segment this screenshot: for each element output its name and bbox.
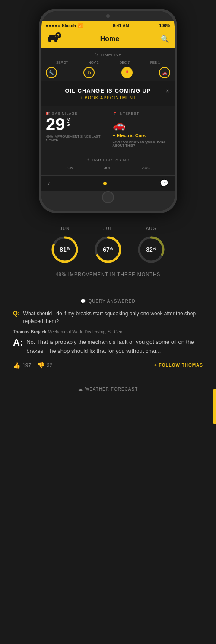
query-section: 💬 QUERY ANSWERED Q: What should I do if …	[9, 290, 207, 369]
a-label: A:	[13, 338, 23, 356]
timeline-node-3[interactable]: 📍	[121, 67, 133, 78]
nav-bar: 7 Home 🔍	[41, 30, 175, 48]
question-text: What should I do if my breaks start sque…	[23, 310, 203, 325]
svg-point-2	[48, 39, 51, 42]
signal-dot-4	[55, 25, 57, 27]
search-icon[interactable]: 🔍	[161, 35, 169, 43]
query-section-label: QUERY ANSWERED	[88, 299, 135, 304]
interest-question: CAN YOU ANSWER QUESTIONS ABOUT THIS?	[113, 140, 171, 147]
interest-label: INTEREST	[119, 112, 140, 115]
right-accent-bar	[213, 389, 216, 424]
answerer-info: Thomas Brojack Mechanic at Wade Dealersh…	[9, 330, 207, 334]
oil-alert-title: OIL CHANGE IS COMING UP	[48, 87, 168, 94]
chart-jun-value: 81%	[60, 246, 70, 253]
like-action[interactable]: 👍 197	[13, 362, 31, 369]
weather-icon: ☁	[78, 387, 83, 391]
timeline-line-1	[57, 73, 83, 73]
timeline-line-3	[133, 73, 159, 73]
car-nav-icon[interactable]: 7	[47, 34, 59, 44]
chart-aug: AUG 32%	[136, 226, 166, 265]
query-actions: 👍 197 👎 32 + FOLLOW THOMAS	[9, 362, 207, 369]
chart-aug-label: AUG	[146, 226, 157, 231]
timeline-node-2[interactable]: ⚙	[83, 67, 95, 78]
timeline-icon: ⏱	[94, 53, 98, 57]
interest-icon: 📍	[113, 112, 118, 115]
timeline-node-icon-3: 📍	[124, 70, 130, 75]
carrier-name: Sketch	[62, 23, 76, 28]
electric-car-icon: 🚗	[113, 119, 171, 131]
hard-breaking-label: HARD BREAKING	[92, 158, 130, 162]
hb-month-3: AUG	[142, 166, 151, 170]
timeline-node-1[interactable]: 🔧	[46, 67, 57, 78]
chart-jun-label: JUN	[60, 226, 70, 231]
wifi-icon: 📶	[78, 23, 83, 28]
timeline-label: TIMELINE	[100, 53, 122, 57]
follow-button[interactable]: + FOLLOW THOMAS	[154, 363, 203, 368]
timeline-node-icon-4: 🚗	[162, 70, 167, 75]
nav-badge: 7	[55, 32, 61, 38]
timeline-section: ⏱ TIMELINE SEP 27 NOV 3 DEC 7 FEB 1 🔧 ⚙	[41, 48, 175, 81]
weather-section: ☁ WEATHER FORECAST	[9, 378, 207, 391]
gas-milage-cell: ⛽ GAS MILAGE 29 MG 49% IMPROVEMENT SINCE…	[41, 106, 108, 153]
thumbs-up-icon: 👍	[13, 362, 20, 369]
chart-aug-value: 32%	[146, 246, 156, 253]
query-icon: 💬	[80, 299, 86, 304]
book-appointment-button[interactable]: + BOOK APPOINTMENT	[48, 96, 168, 100]
svg-point-3	[54, 39, 57, 42]
timeline-line-2	[95, 73, 121, 73]
dislike-action[interactable]: 👎 32	[37, 362, 52, 369]
phone-screen: ⏱ TIMELINE SEP 27 NOV 3 DEC 7 FEB 1 🔧 ⚙	[41, 48, 175, 191]
gas-milage-value: 29	[46, 115, 65, 133]
improvement-text: 49% IMPROVEMENT IN THREE MONTHS	[9, 272, 207, 277]
signal-dot-3	[52, 25, 54, 27]
chart-jul-label: JUL	[104, 226, 113, 231]
hard-breaking-months: JUN JUL AUG	[41, 164, 175, 172]
like-count: 197	[22, 362, 31, 368]
hard-breaking-section: ⚠ HARD BREAKING JUN JUL AUG	[41, 153, 175, 175]
gas-unit: MG	[67, 117, 70, 127]
svg-rect-1	[49, 35, 55, 38]
chart-jun-circle: 81%	[50, 234, 80, 265]
signal-dot-5	[58, 25, 60, 27]
chart-jul: JUL 67%	[93, 226, 123, 265]
electric-cars-link[interactable]: + Electric Cars	[113, 133, 171, 138]
timeline-node-icon-2: ⚙	[87, 70, 91, 75]
phone-home-area	[41, 191, 175, 204]
answer-text: No. That is probably the mechanic's faul…	[26, 338, 203, 356]
phone-camera	[106, 14, 110, 18]
answer-block: A: No. That is probably the mechanic's f…	[9, 338, 207, 356]
timeline-date-4: FEB 1	[150, 61, 160, 64]
hb-month-1: JUN	[66, 166, 73, 170]
phone-bottom-nav: ‹ 💬	[41, 175, 175, 191]
below-phone-content: JUN 81% JUL 67%	[0, 213, 216, 400]
phone-mockup: Sketch 📶 9:41 AM 100% 7 Home 🔍 ⏱ TIMELIN…	[39, 9, 177, 213]
timeline-node-4[interactable]: 🚗	[159, 67, 170, 78]
chart-jul-circle: 67%	[93, 234, 123, 265]
chart-jul-value: 67%	[103, 246, 113, 253]
signal-dot-1	[46, 25, 48, 27]
status-bar: Sketch 📶 9:41 AM 100%	[41, 21, 175, 30]
timeline-date-1: SEP 27	[56, 61, 68, 64]
signal-dot-2	[49, 25, 51, 27]
hard-breaking-icon: ⚠	[86, 158, 90, 162]
home-button[interactable]	[102, 191, 114, 203]
timeline-track: 🔧 ⚙ 📍 🚗	[41, 64, 175, 81]
back-button[interactable]: ‹	[48, 179, 50, 187]
timeline-date-2: NOV 3	[89, 61, 99, 64]
battery-display: 100%	[159, 23, 170, 28]
pagination-dot	[103, 182, 107, 185]
chart-jun: JUN 81%	[50, 226, 80, 265]
q-label: Q:	[13, 310, 20, 325]
charts-section: JUN 81% JUL 67%	[9, 226, 207, 265]
timeline-node-icon-1: 🔧	[49, 70, 54, 75]
answerer-name: Thomas Brojack	[13, 330, 47, 334]
weather-label: WEATHER FORECAST	[85, 387, 138, 391]
close-alert-button[interactable]: ×	[166, 87, 169, 94]
dislike-count: 32	[47, 362, 52, 368]
chat-button[interactable]: 💬	[160, 179, 168, 187]
oil-alert-banner: OIL CHANGE IS COMING UP + BOOK APPOINTME…	[41, 81, 175, 106]
question-block: Q: What should I do if my breaks start s…	[9, 310, 207, 325]
gas-improvement-text: 49% IMPROVEMENT SINCE LAST MONTH.	[46, 135, 104, 142]
phone-bottom-bar	[41, 204, 175, 211]
interest-cell: 📍 INTEREST 🚗 + Electric Cars CAN YOU ANS…	[108, 106, 175, 153]
